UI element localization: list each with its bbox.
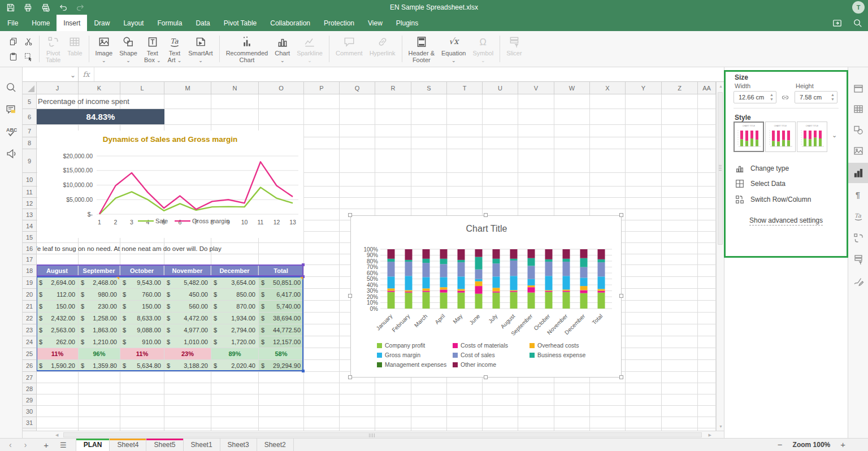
sheet-tab-sheet2[interactable]: Sheet2 — [257, 439, 294, 451]
table-cell[interactable]: $50,851.00 — [259, 277, 303, 288]
row-header-7[interactable]: 7 — [23, 125, 37, 137]
pivot-settings-icon[interactable] — [852, 232, 865, 244]
formula-input[interactable] — [94, 67, 724, 81]
chart-style-thumbnail-2[interactable]: CHART TITLE — [765, 122, 796, 152]
table-cell[interactable]: $150.00 — [37, 301, 78, 312]
recommended-chart-button[interactable]: RecommendedChart — [223, 32, 272, 67]
table-cell[interactable]: 11% — [37, 348, 78, 359]
avatar[interactable]: T — [852, 1, 865, 14]
row-header-16[interactable]: 16 — [23, 243, 37, 254]
image-button[interactable]: Image⌄ — [92, 32, 116, 67]
table-header-november[interactable]: November — [164, 265, 211, 276]
table-header-august[interactable]: August — [37, 265, 78, 276]
scroll-left-arrow[interactable]: ◀ — [55, 433, 58, 437]
menu-tab-file[interactable]: File — [1, 15, 25, 31]
sheet-grid[interactable]: JKLMNOPQRSTUVWXYZAA567891011121314151617… — [23, 82, 724, 431]
row-header-9[interactable]: 9 — [23, 149, 37, 173]
smartart-button[interactable]: SmartArt⌄ — [185, 32, 216, 67]
table-header-september[interactable]: September — [79, 265, 120, 276]
column-header-Z[interactable]: Z — [662, 82, 698, 94]
table-cell[interactable]: $1,359.80 — [79, 360, 120, 371]
zoom-in-button[interactable]: + — [840, 440, 845, 449]
table-cell[interactable]: $2,794.00 — [211, 324, 258, 336]
style-more-button[interactable]: ⌄ — [832, 132, 837, 139]
copy-icon[interactable] — [6, 34, 20, 49]
textart-settings-icon[interactable]: Ta — [852, 210, 865, 223]
chart-selection-handle[interactable] — [348, 375, 352, 379]
column-header-Y[interactable]: Y — [626, 82, 662, 94]
menu-tab-protection[interactable]: Protection — [317, 15, 361, 31]
table-cell[interactable]: $870.00 — [211, 301, 258, 312]
menu-tab-draw[interactable]: Draw — [87, 15, 116, 31]
menu-tab-plugins[interactable]: Plugins — [389, 15, 425, 31]
row-header-10[interactable]: 10 — [23, 173, 37, 187]
table-cell[interactable]: $910.00 — [120, 336, 164, 348]
table-cell[interactable]: $450.00 — [164, 289, 211, 300]
redo-icon[interactable] — [75, 2, 86, 13]
table-cell[interactable]: $2,020.40 — [211, 360, 258, 371]
chart-selection-handle[interactable] — [619, 294, 623, 298]
scroll-up-arrow[interactable]: ▲ — [719, 84, 723, 88]
equation-button[interactable]: √xEquation⌄ — [438, 32, 469, 67]
table-cell[interactable]: $1,210.00 — [79, 336, 120, 348]
row-header-21[interactable]: 21 — [23, 301, 37, 313]
table-cell[interactable]: $2,468.00 — [79, 277, 120, 288]
column-header-M[interactable]: M — [164, 82, 211, 94]
save-icon[interactable] — [5, 2, 16, 13]
table-cell[interactable]: $5,482.00 — [164, 277, 211, 288]
row-header-17[interactable]: 17 — [23, 254, 37, 265]
chart-button[interactable]: Chart⌄ — [271, 32, 293, 67]
table-cell[interactable]: $2,432.00 — [37, 313, 78, 324]
column-header-K[interactable]: K — [79, 82, 120, 94]
chart-settings-icon[interactable] — [848, 163, 868, 183]
search-icon[interactable] — [5, 81, 18, 94]
table-cell[interactable]: $9,088.00 — [120, 324, 164, 336]
table-cell[interactable]: $29,294.90 — [259, 360, 303, 371]
column-header-L[interactable]: L — [120, 82, 164, 94]
line-chart[interactable]: Dynamics of Sales and Gross margin$-$5,0… — [37, 131, 303, 238]
column-header-AA[interactable]: AA — [698, 82, 716, 94]
row-header-30[interactable]: 30 — [23, 406, 37, 417]
table-cell[interactable]: $1,863.00 — [79, 324, 120, 336]
column-header-X[interactable]: X — [590, 82, 626, 94]
text-art-button[interactable]: TaTextArt ⌄ — [164, 32, 185, 67]
table-cell[interactable]: $560.00 — [164, 301, 211, 312]
sheet-tab-sheet4[interactable]: Sheet4 — [110, 439, 146, 451]
paste-icon[interactable] — [6, 49, 20, 64]
select-icon[interactable] — [21, 49, 36, 64]
column-header-V[interactable]: V — [518, 82, 554, 94]
menu-tab-view[interactable]: View — [361, 15, 389, 31]
open-file-location-icon[interactable] — [832, 18, 843, 29]
cut-icon[interactable] — [21, 34, 36, 49]
switch-row-column-button[interactable]: Switch Row/Column — [735, 194, 811, 205]
row-header-28[interactable]: 28 — [23, 383, 37, 394]
row-header-15[interactable]: 15 — [23, 232, 37, 243]
fx-icon[interactable]: fx — [79, 67, 94, 81]
table-cell[interactable]: $112.00 — [37, 289, 78, 300]
range-handle[interactable] — [302, 370, 305, 372]
column-header-O[interactable]: O — [259, 82, 304, 94]
column-header-P[interactable]: P — [304, 82, 340, 94]
name-box[interactable]: ⌄ — [23, 67, 79, 81]
chart-selection-handle[interactable] — [484, 375, 488, 379]
table-cell[interactable]: $150.00 — [120, 301, 164, 312]
table-cell[interactable]: 23% — [164, 348, 211, 359]
undo-icon[interactable] — [57, 2, 68, 13]
column-header-J[interactable]: J — [37, 82, 79, 94]
table-cell[interactable]: $44,772.50 — [259, 324, 303, 336]
table-cell[interactable]: $230.00 — [79, 301, 120, 312]
print-icon[interactable] — [22, 2, 33, 13]
shape-settings-icon[interactable] — [852, 124, 865, 136]
row-header-11[interactable]: 11 — [23, 187, 37, 198]
table-cell[interactable]: $980.00 — [79, 289, 120, 300]
row-header-14[interactable]: 14 — [23, 220, 37, 232]
table-cell[interactable]: $6,417.00 — [259, 289, 303, 300]
zoom-level[interactable]: Zoom 100% — [793, 441, 831, 449]
link-icon[interactable] — [780, 93, 790, 102]
select-data-button[interactable]: Select Data — [735, 179, 785, 189]
table-cell[interactable]: $2,694.00 — [37, 277, 78, 288]
column-header-S[interactable]: S — [411, 82, 447, 94]
scroll-down-arrow[interactable]: ▼ — [719, 424, 723, 428]
table-settings-icon[interactable] — [852, 103, 865, 115]
add-sheet-button[interactable]: + — [44, 440, 49, 450]
